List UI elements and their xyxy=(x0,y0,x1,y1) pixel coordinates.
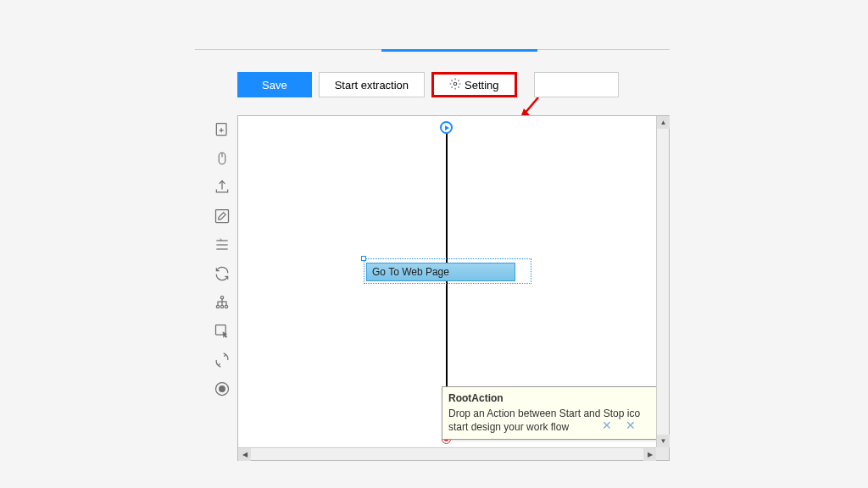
edit-icon[interactable] xyxy=(213,207,231,225)
scroll-down-button[interactable]: ▼ xyxy=(657,435,670,447)
gear-icon xyxy=(449,78,461,92)
scroll-left-button[interactable]: ◀ xyxy=(238,448,251,461)
mouse-icon[interactable] xyxy=(213,149,231,168)
workflow-canvas[interactable]: Go To Web Page RootAction Drop an Action… xyxy=(238,116,656,447)
blank-field xyxy=(534,72,619,97)
start-node[interactable] xyxy=(440,121,453,134)
resize-handle-tl[interactable] xyxy=(361,256,366,261)
scroll-right-button[interactable]: ▶ xyxy=(643,448,656,461)
setting-button-label: Setting xyxy=(465,79,498,92)
upload-icon[interactable] xyxy=(213,178,231,197)
scroll-corner xyxy=(656,447,669,460)
tree-icon[interactable] xyxy=(213,293,231,312)
refresh-icon[interactable] xyxy=(213,264,231,283)
svg-point-0 xyxy=(453,82,457,86)
tooltip-title: RootAction xyxy=(448,391,650,405)
list-icon[interactable] xyxy=(213,236,231,254)
svg-point-12 xyxy=(220,297,223,299)
scroll-up-button[interactable]: ▲ xyxy=(657,116,670,129)
svg-point-14 xyxy=(220,305,223,308)
setting-button[interactable]: Setting xyxy=(431,72,516,97)
cursor-box-icon[interactable] xyxy=(213,322,231,341)
svg-rect-8 xyxy=(216,210,229,223)
svg-point-15 xyxy=(225,305,227,308)
go-to-web-page-node[interactable]: Go To Web Page xyxy=(366,263,515,281)
add-page-icon[interactable] xyxy=(213,120,231,139)
main-toolbar: Save Start extraction Setting xyxy=(195,69,670,100)
horizontal-scrollbar[interactable]: ◀ ▶ xyxy=(238,447,656,460)
canvas-corner-actions[interactable]: ✕ ✕ xyxy=(602,419,641,432)
vertical-scrollbar[interactable]: ▲ ▼ xyxy=(656,116,669,447)
svg-point-13 xyxy=(216,305,219,308)
stop-circle-icon[interactable] xyxy=(213,380,231,398)
side-toolbar xyxy=(207,115,237,461)
action-node-selection[interactable]: Go To Web Page xyxy=(364,258,531,284)
cycle-icon[interactable] xyxy=(213,351,231,369)
save-button[interactable]: Save xyxy=(237,72,312,97)
main-area: Go To Web Page RootAction Drop an Action… xyxy=(207,115,670,461)
active-tab-indicator xyxy=(381,49,537,52)
svg-point-18 xyxy=(220,386,225,392)
start-extraction-button[interactable]: Start extraction xyxy=(319,72,425,97)
svg-line-1 xyxy=(524,97,538,114)
workflow-canvas-wrapper: Go To Web Page RootAction Drop an Action… xyxy=(237,115,670,461)
